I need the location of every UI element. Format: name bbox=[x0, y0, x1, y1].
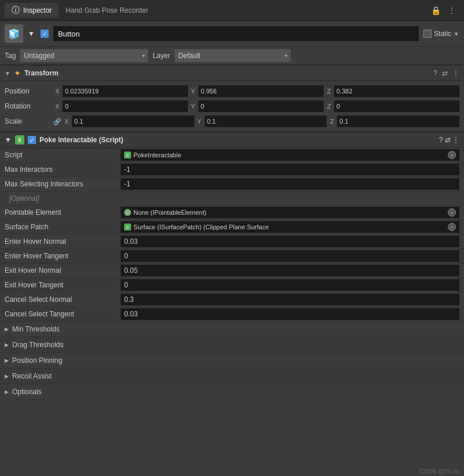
static-checkbox[interactable] bbox=[423, 30, 432, 38]
max-interactors-row: Max Interactors bbox=[0, 163, 464, 177]
exit-hover-tangent-input[interactable] bbox=[121, 279, 459, 291]
rot-y-label: Y bbox=[189, 103, 197, 110]
static-dropdown-arrow[interactable]: ▼ bbox=[454, 31, 459, 37]
poke-menu-icon[interactable]: ⋮ bbox=[452, 136, 459, 144]
surface-patch-row: Surface Patch # Surface (ISurfacePatch) … bbox=[0, 220, 464, 235]
layer-dropdown[interactable]: Default bbox=[175, 49, 291, 62]
min-thresholds-label: Min Thresholds bbox=[12, 325, 60, 333]
poke-help-icon[interactable]: ? bbox=[439, 136, 443, 144]
pos-y-label: Y bbox=[189, 88, 197, 95]
exit-hover-normal-label: Exit Hover Normal bbox=[5, 266, 121, 275]
cancel-select-normal-row: Cancel Select Normal bbox=[0, 293, 464, 307]
max-selecting-row: Max Selecting Interactors bbox=[0, 177, 464, 192]
tab-hand-grab[interactable]: Hand Grab Pose Recorder bbox=[59, 4, 155, 17]
rot-x-input[interactable] bbox=[63, 100, 188, 112]
optionals-arrow: ▶ bbox=[5, 389, 9, 395]
script-circle-btn[interactable]: ○ bbox=[448, 151, 456, 159]
tag-layer-row: Tag Untagged Layer Default bbox=[0, 47, 464, 65]
cube-icon: 🧊 bbox=[8, 28, 20, 39]
transform-arrow-icon: ▼ bbox=[5, 70, 10, 77]
pointable-element-ref[interactable]: ○ None (IPointableElement) ○ bbox=[121, 207, 459, 218]
static-label: Static bbox=[434, 30, 451, 38]
exit-hover-tangent-row: Exit Hover Tangent bbox=[0, 278, 464, 293]
script-label: Script bbox=[5, 151, 121, 159]
rot-x-label: X bbox=[53, 103, 61, 110]
cancel-select-normal-label: Cancel Select Normal bbox=[5, 295, 121, 304]
scale-row: Scale 🔗 X Y Z bbox=[5, 114, 459, 129]
transform-settings-icon[interactable]: ⇄ bbox=[442, 69, 448, 77]
lock-icon[interactable]: 🔒 bbox=[427, 5, 444, 16]
poke-interactable-header[interactable]: ▼ # ✓ Poke Interactable (Script) ? ⇄ ⋮ bbox=[0, 131, 464, 148]
cancel-select-tangent-row: Cancel Select Tangent bbox=[0, 307, 464, 322]
object-enabled-checkbox[interactable]: ✓ bbox=[41, 30, 49, 38]
tag-label: Tag bbox=[5, 52, 16, 60]
object-icon: 🧊 bbox=[5, 24, 23, 43]
cancel-select-normal-input[interactable] bbox=[121, 294, 459, 305]
transform-fields: Position X Y Z Rotation X Y Z Scale 🔗 X … bbox=[0, 81, 464, 131]
position-pinning-label: Position Pinning bbox=[12, 356, 62, 365]
recoil-assist-item[interactable]: ▶ Recoil Assist bbox=[0, 369, 464, 384]
cancel-select-tangent-label: Cancel Select Tangent bbox=[5, 310, 121, 318]
optionals-label: Optionals bbox=[12, 388, 42, 396]
max-interactors-input[interactable] bbox=[121, 164, 459, 175]
pos-y-input[interactable] bbox=[198, 85, 324, 97]
optionals-item[interactable]: ▶ Optionals bbox=[0, 384, 464, 400]
footer: CSDN @YY-nb bbox=[415, 467, 464, 476]
drag-thresholds-label: Drag Thresholds bbox=[12, 341, 64, 349]
cancel-select-tangent-input[interactable] bbox=[121, 308, 459, 320]
min-thresholds-arrow: ▶ bbox=[5, 326, 9, 332]
position-pinning-item[interactable]: ▶ Position Pinning bbox=[0, 353, 464, 369]
surface-patch-label: Surface Patch bbox=[5, 223, 121, 231]
max-selecting-input[interactable] bbox=[121, 178, 459, 190]
scale-x-label: X bbox=[63, 118, 71, 125]
enter-hover-tangent-input[interactable] bbox=[121, 250, 459, 262]
surface-patch-ref[interactable]: # Surface (ISurfacePatch) (Clipped Plane… bbox=[121, 221, 459, 233]
enter-hover-tangent-row: Enter Hover Tangent bbox=[0, 249, 464, 264]
scale-z-label: Z bbox=[328, 118, 336, 125]
pointable-element-row: Pointable Element ○ None (IPointableElem… bbox=[0, 205, 464, 220]
rot-y-input[interactable] bbox=[198, 100, 324, 112]
scale-y-input[interactable] bbox=[205, 116, 327, 127]
min-thresholds-item[interactable]: ▶ Min Thresholds bbox=[0, 322, 464, 337]
tab-inspector[interactable]: ⓘ Inspector bbox=[5, 3, 59, 18]
enter-hover-normal-input[interactable] bbox=[121, 236, 459, 247]
enter-hover-tangent-label: Enter Hover Tangent bbox=[5, 252, 121, 260]
pos-x-input[interactable] bbox=[63, 85, 188, 97]
footer-text: CSDN @YY-nb bbox=[420, 468, 459, 475]
surface-value: Surface (ISurfacePatch) (Clipped Plane S… bbox=[133, 223, 445, 230]
object-name-input[interactable] bbox=[53, 26, 419, 41]
surface-circle-btn[interactable]: ○ bbox=[448, 223, 456, 231]
rotation-row: Rotation X Y Z bbox=[5, 99, 459, 114]
script-ref-field[interactable]: # PokeInteractable ○ bbox=[121, 149, 459, 161]
position-pinning-arrow: ▶ bbox=[5, 358, 9, 363]
object-header: 🧊 ▼ ✓ Static ▼ bbox=[0, 21, 464, 47]
scale-z-input[interactable] bbox=[337, 116, 459, 127]
scale-y-label: Y bbox=[195, 118, 204, 125]
position-row: Position X Y Z bbox=[5, 84, 459, 99]
transform-help-icon[interactable]: ? bbox=[433, 69, 437, 77]
inspector-icon: ⓘ bbox=[12, 5, 20, 16]
pointable-value: None (IPointableElement) bbox=[133, 209, 445, 216]
poke-enabled-checkbox[interactable]: ✓ bbox=[28, 136, 36, 144]
max-interactors-label: Max Interactors bbox=[5, 165, 121, 174]
rot-z-input[interactable] bbox=[334, 100, 459, 112]
exit-hover-tangent-label: Exit Hover Tangent bbox=[5, 281, 121, 289]
transform-menu-icon[interactable]: ⋮ bbox=[452, 69, 459, 77]
script-field-row: Script # PokeInteractable ○ bbox=[0, 148, 464, 163]
rot-z-label: Z bbox=[325, 103, 333, 110]
optional-row: [Optional] bbox=[0, 192, 464, 205]
scale-x-input[interactable] bbox=[72, 116, 194, 127]
scale-link-icon: 🔗 bbox=[53, 118, 61, 125]
pointable-icon: ○ bbox=[124, 209, 131, 216]
exit-hover-normal-input[interactable] bbox=[121, 265, 459, 276]
pos-z-label: Z bbox=[325, 88, 333, 95]
tag-dropdown[interactable]: Untagged bbox=[20, 49, 148, 62]
drag-thresholds-item[interactable]: ▶ Drag Thresholds bbox=[0, 337, 464, 353]
menu-icon[interactable]: ⋮ bbox=[444, 5, 459, 16]
transform-section-header[interactable]: ▼ ✦ Transform ? ⇄ ⋮ bbox=[0, 65, 464, 81]
poke-settings-icon[interactable]: ⇄ bbox=[445, 136, 451, 144]
pos-z-input[interactable] bbox=[334, 85, 459, 97]
script-icon: # bbox=[124, 152, 131, 158]
exit-hover-normal-row: Exit Hover Normal bbox=[0, 264, 464, 278]
pointable-circle-btn[interactable]: ○ bbox=[448, 208, 456, 217]
